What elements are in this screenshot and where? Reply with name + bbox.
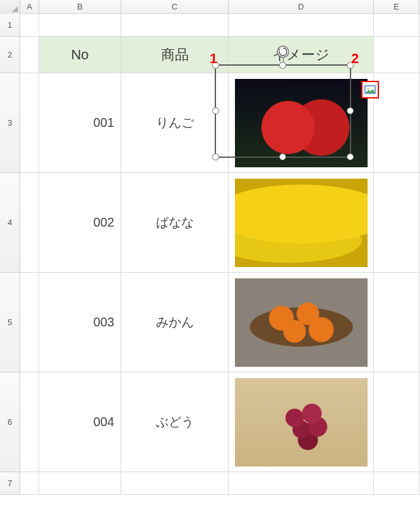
cell-E7[interactable] <box>374 472 419 494</box>
cell-E3[interactable] <box>374 73 419 172</box>
cell-image[interactable] <box>229 73 374 172</box>
column-header-row: A B C D E <box>0 0 420 14</box>
cell-D7[interactable] <box>229 472 374 494</box>
row-header-7[interactable]: 7 <box>0 472 20 495</box>
col-header-E[interactable]: E <box>374 0 419 13</box>
spreadsheet-grid[interactable]: A B C D E 1 2 3 4 5 6 7 <box>0 0 420 495</box>
col-header-C[interactable]: C <box>121 0 229 13</box>
cell-no[interactable]: 004 <box>39 372 121 472</box>
grape-image[interactable] <box>235 378 368 466</box>
cell-A4[interactable] <box>20 173 39 272</box>
row-header-2[interactable]: 2 <box>0 37 20 73</box>
cell-E6[interactable] <box>374 372 419 472</box>
row-header-5[interactable]: 5 <box>0 273 20 372</box>
cell-A7[interactable] <box>20 472 39 494</box>
table-row: 004 ぶどう <box>20 372 420 472</box>
cell-image[interactable] <box>229 372 374 472</box>
cell-A1[interactable] <box>20 14 39 36</box>
cell-product[interactable]: みかん <box>121 273 229 372</box>
cell-A5[interactable] <box>20 273 39 372</box>
cell-E4[interactable] <box>374 173 419 272</box>
apple-image[interactable] <box>235 79 368 167</box>
row-header-4[interactable]: 4 <box>0 173 20 273</box>
cell-D1[interactable] <box>229 14 374 36</box>
cell-no[interactable]: 001 <box>39 73 121 172</box>
cell-E1[interactable] <box>374 14 419 36</box>
svg-point-2 <box>367 87 369 89</box>
cell-no[interactable]: 003 <box>39 273 121 372</box>
cell-product[interactable]: ぶどう <box>121 372 229 472</box>
row-header-6[interactable]: 6 <box>0 372 20 472</box>
cell-no[interactable]: 002 <box>39 173 121 272</box>
cell-product[interactable]: りんご <box>121 73 229 172</box>
annotation-callout-1: 1 <box>210 50 217 67</box>
cell-image[interactable] <box>229 273 374 372</box>
row-2: No 商品 イメージ <box>20 37 420 73</box>
cell-image[interactable] <box>229 173 374 272</box>
header-no[interactable]: No <box>39 37 121 73</box>
picture-format-icon <box>364 84 376 95</box>
row-header-3[interactable]: 3 <box>0 73 20 173</box>
table-row: 002 ばなな <box>20 173 420 273</box>
orange-image[interactable] <box>235 278 368 367</box>
cells-area[interactable]: No 商品 イメージ 001 りんご 002 ばなな <box>20 14 420 495</box>
cell-E5[interactable] <box>374 273 419 372</box>
col-header-A[interactable]: A <box>20 0 39 13</box>
col-header-D[interactable]: D <box>229 0 374 13</box>
row-header-column: 1 2 3 4 5 6 7 <box>0 14 20 495</box>
cell-product[interactable]: ばなな <box>121 173 229 272</box>
table-row: 001 りんご <box>20 73 420 173</box>
cell-C1[interactable] <box>121 14 229 36</box>
row-1 <box>20 14 420 37</box>
banana-image[interactable] <box>235 179 368 267</box>
table-row: 003 みかん <box>20 273 420 372</box>
cell-A2[interactable] <box>20 37 39 73</box>
cell-A6[interactable] <box>20 372 39 472</box>
cell-B1[interactable] <box>39 14 121 36</box>
cell-B7[interactable] <box>39 472 121 494</box>
cell-E2[interactable] <box>374 37 419 73</box>
cell-A3[interactable] <box>20 73 39 172</box>
picture-format-options-button[interactable] <box>361 81 379 98</box>
col-header-B[interactable]: B <box>39 0 121 13</box>
select-all-corner[interactable] <box>0 0 20 14</box>
cell-C7[interactable] <box>121 472 229 494</box>
annotation-callout-2: 2 <box>351 50 359 67</box>
row-7 <box>20 472 420 495</box>
row-header-1[interactable]: 1 <box>0 14 20 37</box>
